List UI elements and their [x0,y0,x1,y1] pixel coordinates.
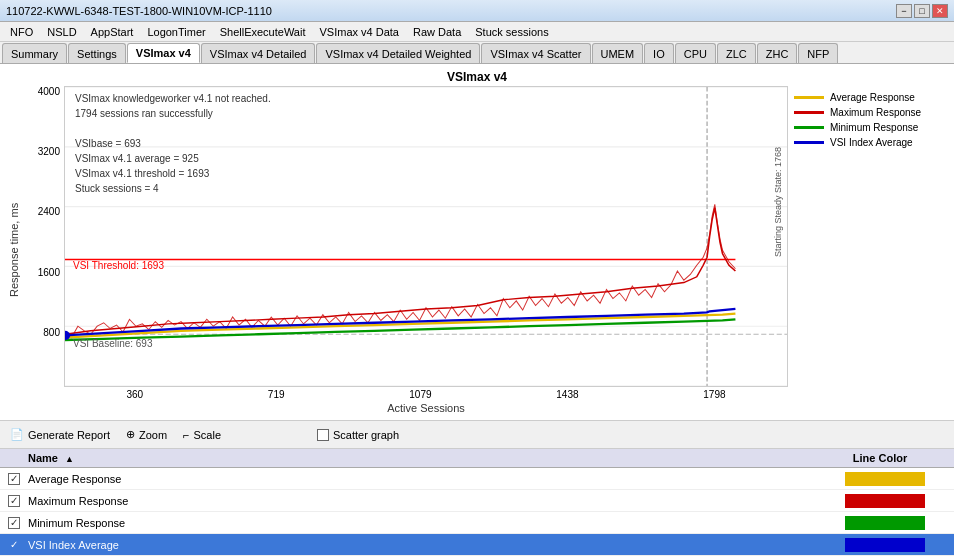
steady-state-label: Starting Steady State: 1768 [773,147,783,257]
legend-vsi-index: VSI Index Average [794,137,942,148]
scatter-graph-checkbox-container: Scatter graph [317,429,399,441]
main-content: VSImax v4 Response time, ms 4000 3200 24… [0,64,954,556]
tab-cpu[interactable]: CPU [675,43,716,63]
y-axis-label: Response time, ms [6,86,22,414]
svg-point-9 [65,331,70,340]
legend-max-label: Maximum Response [830,107,921,118]
menu-appstart[interactable]: AppStart [85,24,140,40]
menu-bar: NFO NSLD AppStart LogonTimer ShellExecut… [0,22,954,42]
tab-bar: Summary Settings VSImax v4 VSImax v4 Det… [0,42,954,64]
chart-top-row: 4000 3200 2400 1600 800 [24,86,948,387]
row2-color-swatch [845,494,925,508]
row2-name: Maximum Response [28,495,830,507]
close-button[interactable]: ✕ [932,4,948,18]
legend-min-line [794,126,824,129]
tab-zlc[interactable]: ZLC [717,43,756,63]
zoom-icon: ⊕ [126,428,135,441]
menu-logontimer[interactable]: LogonTimer [141,24,211,40]
window-controls: − □ ✕ [896,4,948,18]
chart-title: VSImax v4 [6,70,948,84]
threshold-label: VSI Threshold: 1693 [73,260,164,271]
chart-annotations: VSImax knowledgeworker v4.1 not reached.… [75,91,271,196]
tab-summary[interactable]: Summary [2,43,67,63]
tab-vsimax-scatter[interactable]: VSImax v4 Scatter [481,43,590,63]
table-header: Name ▲ Line Color [0,449,954,468]
tab-settings[interactable]: Settings [68,43,126,63]
chart-container: Response time, ms 4000 3200 2400 1600 80… [6,86,948,414]
table-row[interactable]: ✓ Average Response [0,468,954,490]
legend-vsi-label: VSI Index Average [830,137,913,148]
tab-umem[interactable]: UMEM [592,43,644,63]
row4-checkbox[interactable]: ✓ [8,539,20,551]
row4-name: VSI Index Average [28,539,830,551]
legend-max-line [794,111,824,114]
tab-vsimax-weighted[interactable]: VSImax v4 Detailed Weighted [316,43,480,63]
menu-vsimax-data[interactable]: VSImax v4 Data [314,24,405,40]
row3-name: Minimum Response [28,517,830,529]
title-bar: 110722-KWWL-6348-TEST-1800-WIN10VM-ICP-1… [0,0,954,22]
generate-report-button[interactable]: 📄 Generate Report [10,428,110,441]
col-header-name[interactable]: Name ▲ [28,452,830,464]
tab-vsimax-detailed[interactable]: VSImax v4 Detailed [201,43,316,63]
toolbar: 📄 Generate Report ⊕ Zoom ⌐ Scale Scatter… [0,420,954,448]
menu-shellexecute[interactable]: ShellExecuteWait [214,24,312,40]
row3-checkbox[interactable]: ✓ [8,517,20,529]
legend-avg-label: Average Response [830,92,915,103]
row3-color-swatch [845,516,925,530]
sort-arrow-icon: ▲ [65,454,74,464]
chart-legend: Average Response Maximum Response Minimu… [788,86,948,387]
chart-area: VSImax v4 Response time, ms 4000 3200 24… [0,64,954,420]
tab-nfp[interactable]: NFP [798,43,838,63]
legend-max-response: Maximum Response [794,107,942,118]
legend-vsi-line [794,141,824,144]
zoom-button[interactable]: ⊕ Zoom [126,428,167,441]
data-table: Name ▲ Line Color ✓ Average Response ✓ M… [0,448,954,556]
menu-raw-data[interactable]: Raw Data [407,24,467,40]
legend-min-label: Minimum Response [830,122,918,133]
scale-icon: ⌐ [183,429,189,441]
scatter-graph-label: Scatter graph [333,429,399,441]
x-axis-title: Active Sessions [64,402,788,414]
row1-checkbox[interactable]: ✓ [8,473,20,485]
menu-nsld[interactable]: NSLD [41,24,82,40]
window-title: 110722-KWWL-6348-TEST-1800-WIN10VM-ICP-1… [6,5,272,17]
tab-zhc[interactable]: ZHC [757,43,798,63]
chart-plot-area: VSImax knowledgeworker v4.1 not reached.… [64,86,788,387]
col-header-color: Line Color [830,452,930,464]
legend-avg-line [794,96,824,99]
report-icon: 📄 [10,428,24,441]
table-row-selected[interactable]: ✓ VSI Index Average [0,534,954,556]
table-row[interactable]: ✓ Maximum Response [0,490,954,512]
row2-checkbox[interactable]: ✓ [8,495,20,507]
x-axis-labels: 360 719 1079 1438 1798 [64,387,788,402]
legend-avg-response: Average Response [794,92,942,103]
row4-color-swatch [845,538,925,552]
scatter-graph-checkbox[interactable] [317,429,329,441]
row1-color-swatch [845,472,925,486]
row1-name: Average Response [28,473,830,485]
minimize-button[interactable]: − [896,4,912,18]
scale-button[interactable]: ⌐ Scale [183,429,221,441]
legend-min-response: Minimum Response [794,122,942,133]
menu-stuck-sessions[interactable]: Stuck sessions [469,24,554,40]
tab-vsimax-v4[interactable]: VSImax v4 [127,43,200,63]
y-axis-ticks: 4000 3200 2400 1600 800 [24,86,64,387]
tab-io[interactable]: IO [644,43,674,63]
baseline-label: VSI Baseline: 693 [73,338,153,349]
maximize-button[interactable]: □ [914,4,930,18]
menu-nfo[interactable]: NFO [4,24,39,40]
table-row[interactable]: ✓ Minimum Response [0,512,954,534]
